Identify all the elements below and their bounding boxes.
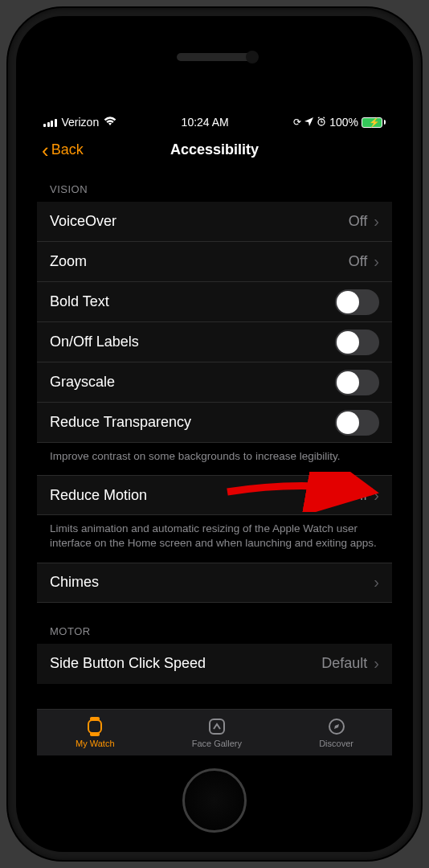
page-title: Accessibility (170, 141, 259, 158)
tab-label: Face Gallery (192, 739, 242, 748)
compass-icon (326, 717, 347, 736)
chevron-right-icon: › (374, 573, 379, 592)
row-label: Side Button Click Speed (50, 655, 206, 672)
chevron-left-icon: ‹ (42, 140, 49, 161)
front-camera (246, 51, 259, 63)
footer-transparency: Improve contrast on some backgrounds to … (37, 443, 392, 475)
section-header-motor: MOTOR (37, 603, 392, 644)
carrier-label: Verizon (62, 116, 100, 129)
section-header-vision: VISION (37, 169, 392, 202)
chevron-right-icon: › (374, 654, 379, 673)
clock: 10:24 AM (182, 116, 229, 129)
toggle-reduce-transparency[interactable] (335, 410, 379, 436)
toggle-grayscale[interactable] (335, 370, 379, 395)
watch-icon (84, 717, 105, 736)
earpiece (177, 53, 252, 61)
row-label: On/Off Labels (50, 334, 139, 350)
row-voiceover[interactable]: VoiceOver Off › (37, 202, 392, 242)
tab-label: My Watch (76, 739, 115, 748)
location-icon (304, 116, 313, 129)
row-label: Reduce Transparency (50, 414, 191, 431)
battery-pct: 100% (329, 116, 358, 129)
home-button[interactable] (182, 768, 247, 833)
alarm-icon (317, 116, 326, 129)
rotation-lock-icon: ⟳ (293, 117, 301, 128)
row-value: Default (321, 655, 367, 672)
row-chimes[interactable]: Chimes › (37, 563, 392, 603)
gallery-icon (206, 717, 227, 736)
row-label: VoiceOver (50, 213, 116, 230)
row-label: Bold Text (50, 293, 109, 310)
row-label: Grayscale (50, 374, 115, 391)
chevron-right-icon: › (374, 252, 379, 271)
row-label: Chimes (50, 574, 99, 591)
settings-list[interactable]: VISION VoiceOver Off › Zoom Off › (37, 169, 392, 709)
wifi-icon (104, 117, 116, 129)
row-value: Off (349, 487, 368, 504)
status-bar: Verizon 10:24 AM ⟳ 100% ⚡ (37, 113, 392, 132)
row-reduce-transparency[interactable]: Reduce Transparency (37, 403, 392, 443)
row-bold-text[interactable]: Bold Text (37, 282, 392, 322)
back-label: Back (51, 141, 84, 158)
toggle-bold-text[interactable] (335, 289, 379, 315)
footer-motion: Limits animation and automatic resizing … (37, 515, 392, 562)
row-onoff-labels[interactable]: On/Off Labels (37, 322, 392, 362)
phone-frame: Verizon 10:24 AM ⟳ 100% ⚡ (8, 8, 421, 860)
chevron-right-icon: › (374, 486, 379, 505)
row-side-button-speed[interactable]: Side Button Click Speed Default › (37, 644, 392, 684)
tab-label: Discover (319, 739, 353, 748)
row-zoom[interactable]: Zoom Off › (37, 242, 392, 282)
signal-icon (43, 117, 57, 127)
row-label: Zoom (50, 253, 87, 270)
svg-rect-3 (88, 720, 101, 733)
battery-icon: ⚡ (362, 117, 386, 128)
tab-face-gallery[interactable]: Face Gallery (192, 717, 242, 748)
back-button[interactable]: ‹ Back (42, 132, 84, 168)
screen: Verizon 10:24 AM ⟳ 100% ⚡ (37, 113, 392, 755)
row-reduce-motion[interactable]: Reduce Motion Off › (37, 475, 392, 515)
tab-discover[interactable]: Discover (319, 717, 353, 748)
svg-rect-4 (210, 719, 224, 734)
tab-bar: My Watch Face Gallery Discover (37, 709, 392, 755)
row-label: Reduce Motion (50, 487, 147, 504)
toggle-onoff-labels[interactable] (335, 330, 379, 355)
row-value: Off (349, 253, 368, 270)
chevron-right-icon: › (374, 212, 379, 231)
row-grayscale[interactable]: Grayscale (37, 362, 392, 403)
tab-my-watch[interactable]: My Watch (76, 717, 115, 748)
nav-bar: ‹ Back Accessibility (37, 132, 392, 169)
row-value: Off (349, 213, 368, 230)
